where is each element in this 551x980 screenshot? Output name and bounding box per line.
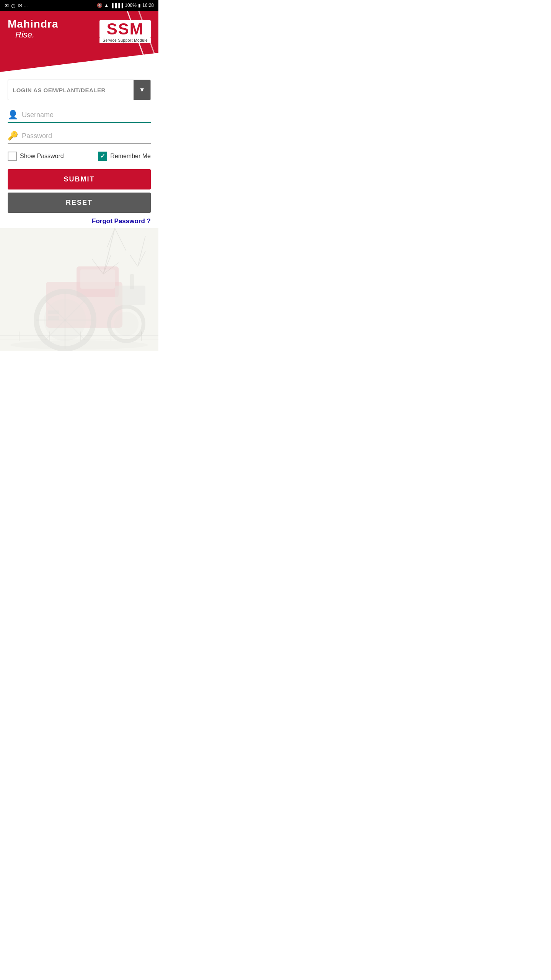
mute-icon: 🔇	[97, 3, 103, 8]
is-label: IS ...	[18, 3, 28, 8]
password-input-group: 🔑	[8, 131, 151, 144]
svg-rect-20	[130, 274, 134, 289]
brand-tagline: Rise.	[15, 30, 58, 39]
show-password-box[interactable]	[8, 152, 17, 161]
reset-button[interactable]: RESET	[8, 193, 151, 213]
svg-rect-19	[115, 286, 145, 305]
svg-rect-30	[48, 316, 59, 320]
dropdown-arrow-icon[interactable]: ▼	[134, 80, 150, 100]
status-right: 🔇 ▲ ▐▐▐▐ 100% ▮ 16:28	[97, 3, 154, 8]
ssm-subtitle: Service Support Module	[99, 38, 151, 43]
submit-button[interactable]: SUBMIT	[8, 169, 151, 189]
tractor-image	[0, 243, 158, 351]
mail-icon: ✉	[5, 3, 9, 8]
svg-point-31	[10, 340, 148, 350]
clock-time: 16:28	[142, 3, 154, 8]
svg-point-24	[114, 312, 139, 336]
battery-percent: 100%	[125, 3, 137, 8]
ssm-logo: SSM Service Support Module	[99, 20, 151, 43]
signal-icon: ▐▐▐▐	[110, 3, 123, 8]
remember-me-label: Remember Me	[110, 153, 151, 160]
checkbox-row: Show Password Remember Me	[8, 152, 151, 161]
form-area: LOGIN AS OEM/PLANT/DEALER LOGIN AS DEALE…	[0, 72, 158, 228]
header-banner: Mahindra Rise. SSM Service Support Modul…	[0, 11, 158, 72]
forgot-password-link[interactable]: Forgot Password ?	[8, 217, 151, 228]
show-password-label: Show Password	[20, 153, 64, 160]
tractor-background	[0, 228, 158, 351]
header-diagonal	[0, 53, 158, 72]
remember-me-checkbox[interactable]: Remember Me	[79, 152, 151, 161]
wifi-icon: ▲	[104, 3, 109, 8]
username-input[interactable]	[22, 109, 151, 121]
status-left: ✉ ◷ IS ...	[5, 3, 28, 8]
username-input-group: 👤	[8, 109, 151, 123]
svg-rect-18	[80, 270, 115, 289]
status-bar: ✉ ◷ IS ... 🔇 ▲ ▐▐▐▐ 100% ▮ 16:28	[0, 0, 158, 11]
login-type-dropdown[interactable]: LOGIN AS OEM/PLANT/DEALER LOGIN AS DEALE…	[8, 80, 151, 100]
key-icon: 🔑	[8, 131, 18, 141]
login-type-select[interactable]: LOGIN AS OEM/PLANT/DEALER LOGIN AS DEALE…	[8, 82, 134, 99]
svg-rect-29	[48, 310, 59, 314]
brand-name: Mahindra	[8, 18, 58, 30]
user-icon: 👤	[8, 110, 18, 120]
mahindra-logo: Mahindra Rise.	[8, 18, 58, 39]
show-password-checkbox[interactable]: Show Password	[8, 152, 79, 161]
battery-icon: ▮	[138, 3, 141, 8]
ssm-title: SSM	[99, 20, 151, 38]
remember-me-box[interactable]	[98, 152, 107, 161]
password-input[interactable]	[22, 131, 151, 142]
clock-icon: ◷	[11, 3, 15, 8]
